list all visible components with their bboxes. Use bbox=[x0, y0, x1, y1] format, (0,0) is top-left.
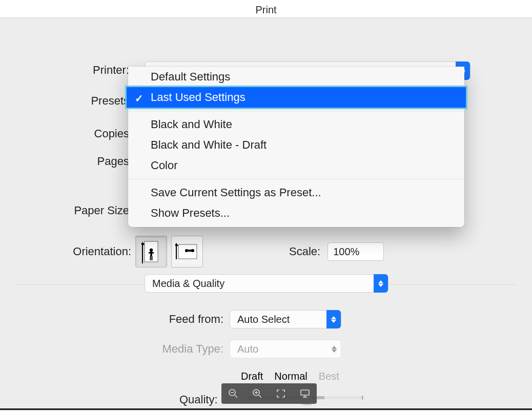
media-value: Auto bbox=[230, 343, 328, 355]
portrait-icon bbox=[141, 240, 161, 263]
scale-value: 100% bbox=[333, 246, 359, 258]
feed-value: Auto Select bbox=[230, 314, 326, 325]
quality-tick-best: Best bbox=[319, 371, 339, 382]
quality-tick-normal: Normal bbox=[274, 371, 307, 382]
bottom-border bbox=[0, 408, 532, 410]
svg-rect-5 bbox=[152, 256, 153, 260]
preset-item-show[interactable]: Show Presets... bbox=[128, 203, 464, 227]
viewer-toolbar bbox=[221, 383, 317, 404]
quality-tick-draft: Draft bbox=[241, 371, 263, 382]
svg-line-10 bbox=[235, 395, 237, 398]
svg-point-8 bbox=[191, 249, 194, 252]
paper-size-label: Paper Size bbox=[0, 204, 133, 217]
preset-item-color[interactable]: Color bbox=[128, 155, 464, 176]
svg-line-13 bbox=[259, 395, 261, 398]
preset-item-bw-draft[interactable]: Black and White - Draft bbox=[128, 135, 464, 155]
media-row: Media Type: Auto bbox=[0, 340, 341, 358]
media-type-select: Auto bbox=[230, 340, 341, 358]
section-select[interactable]: Media & Quality bbox=[145, 274, 388, 293]
zoom-out-icon[interactable] bbox=[227, 387, 240, 400]
orientation-row: Orientation: bbox=[0, 236, 384, 268]
presets-label: Presets bbox=[0, 94, 133, 108]
menu-separator bbox=[128, 179, 464, 179]
print-dialog: WeWork Printer: Presets Copies Pages Pap… bbox=[0, 17, 532, 411]
landscape-icon bbox=[175, 242, 199, 261]
feed-from-label: Feed from: bbox=[0, 313, 230, 326]
stepper-icon bbox=[374, 274, 388, 293]
pages-label: Pages bbox=[0, 155, 133, 168]
scale-input[interactable]: 100% bbox=[328, 242, 384, 261]
orientation-label: Orientation: bbox=[0, 245, 135, 258]
feed-from-select[interactable]: Auto Select bbox=[230, 310, 341, 328]
fullscreen-icon[interactable] bbox=[274, 387, 288, 400]
svg-rect-16 bbox=[301, 390, 309, 395]
svg-point-1 bbox=[150, 249, 153, 252]
dialog-title: Print bbox=[255, 4, 276, 16]
stepper-icon bbox=[328, 340, 341, 358]
zoom-in-icon[interactable] bbox=[251, 387, 264, 400]
svg-rect-3 bbox=[149, 252, 154, 254]
slider-tick bbox=[362, 396, 363, 400]
present-icon[interactable] bbox=[298, 387, 312, 400]
copies-label: Copies bbox=[0, 127, 133, 140]
preset-item-bw[interactable]: Black and White bbox=[128, 114, 464, 135]
preset-item-default[interactable]: Default Settings bbox=[128, 67, 464, 87]
scale-label: Scale: bbox=[289, 245, 320, 258]
menu-separator bbox=[128, 111, 464, 111]
quality-label: Quality: bbox=[179, 393, 218, 406]
media-type-label: Media Type: bbox=[0, 342, 230, 356]
orientation-portrait-button[interactable] bbox=[135, 236, 167, 268]
stepper-icon bbox=[326, 310, 341, 328]
check-icon: ✓ bbox=[135, 92, 144, 105]
quality-tick-labels: Draft Normal Best bbox=[241, 371, 339, 382]
svg-rect-4 bbox=[150, 256, 151, 260]
section-value: Media & Quality bbox=[145, 278, 374, 290]
preset-item-last-used[interactable]: ✓ Last Used Settings bbox=[127, 87, 466, 108]
presets-dropdown: Default Settings ✓ Last Used Settings Bl… bbox=[128, 67, 464, 227]
printer-label: Printer: bbox=[0, 64, 133, 77]
preset-item-label: Last Used Settings bbox=[151, 91, 245, 104]
orientation-landscape-button[interactable] bbox=[171, 236, 203, 268]
svg-point-7 bbox=[185, 249, 188, 252]
feed-row: Feed from: Auto Select bbox=[0, 310, 341, 328]
preset-item-save[interactable]: Save Current Settings as Preset... bbox=[128, 182, 464, 203]
